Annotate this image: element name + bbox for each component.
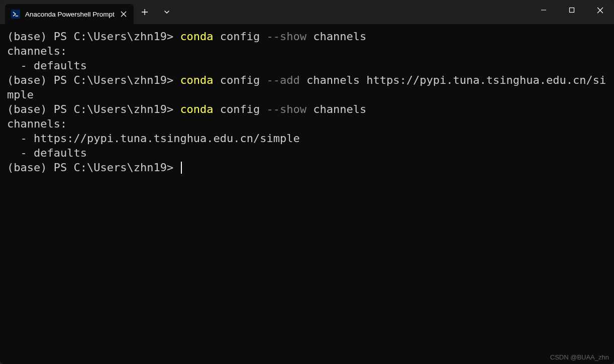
command-token: --show bbox=[267, 30, 306, 43]
command-token: config bbox=[220, 30, 260, 43]
prompt: (base) PS C:\Users\zhn19> bbox=[7, 30, 180, 43]
command-token bbox=[306, 30, 313, 43]
close-window-button[interactable] bbox=[586, 0, 614, 20]
terminal-output[interactable]: (base) PS C:\Users\zhn19> conda config -… bbox=[0, 24, 614, 364]
command-token: channels bbox=[313, 103, 366, 115]
command-token bbox=[306, 103, 313, 115]
new-tab-button[interactable] bbox=[134, 0, 156, 24]
command-token bbox=[260, 30, 266, 43]
command-token: --show bbox=[267, 103, 306, 115]
terminal-line: (base) PS C:\Users\zhn19> conda config -… bbox=[7, 73, 607, 102]
prompt: (base) PS C:\Users\zhn19> bbox=[7, 161, 180, 174]
terminal-line: channels: bbox=[7, 44, 607, 58]
tab-active[interactable]: Anaconda Powershell Prompt bbox=[5, 4, 134, 24]
window-controls bbox=[530, 0, 614, 24]
command-token bbox=[214, 103, 220, 115]
cursor bbox=[181, 162, 182, 174]
prompt: (base) PS C:\Users\zhn19> bbox=[7, 74, 180, 86]
tab-title: Anaconda Powershell Prompt bbox=[25, 11, 115, 18]
titlebar: Anaconda Powershell Prompt bbox=[0, 0, 614, 24]
watermark: CSDN @BUAA_zhn bbox=[550, 353, 609, 361]
terminal-line: channels: bbox=[7, 116, 607, 131]
command-token bbox=[260, 103, 266, 115]
terminal-line: (base) PS C:\Users\zhn19> conda config -… bbox=[7, 102, 607, 116]
terminal-line: (base) PS C:\Users\zhn19> conda config -… bbox=[7, 29, 607, 44]
prompt: (base) PS C:\Users\zhn19> bbox=[7, 103, 180, 115]
close-tab-button[interactable] bbox=[120, 10, 128, 18]
tab-dropdown-button[interactable] bbox=[156, 0, 178, 24]
terminal-line: - defaults bbox=[7, 146, 607, 160]
command-token: channels bbox=[306, 74, 360, 86]
command-token bbox=[360, 74, 366, 86]
command-token: config bbox=[220, 103, 260, 115]
command-token bbox=[260, 74, 266, 86]
command-token: conda bbox=[180, 74, 213, 86]
maximize-button[interactable] bbox=[558, 0, 586, 20]
titlebar-drag-region[interactable] bbox=[178, 0, 530, 24]
command-token: conda bbox=[180, 103, 213, 115]
tab-strip: Anaconda Powershell Prompt bbox=[0, 0, 134, 24]
command-token bbox=[214, 74, 220, 86]
terminal-line: - defaults bbox=[7, 58, 607, 73]
powershell-icon bbox=[11, 10, 20, 19]
minimize-button[interactable] bbox=[530, 0, 558, 20]
command-token: config bbox=[220, 74, 260, 86]
terminal-window: Anaconda Powershell Prompt (base) P bbox=[0, 0, 614, 364]
terminal-line: - https://pypi.tuna.tsinghua.edu.cn/simp… bbox=[7, 131, 607, 146]
command-token bbox=[300, 74, 306, 86]
terminal-line: (base) PS C:\Users\zhn19> bbox=[7, 160, 607, 175]
command-token: --add bbox=[267, 74, 300, 86]
command-token: channels bbox=[313, 30, 366, 43]
svg-rect-0 bbox=[570, 8, 574, 13]
command-token bbox=[214, 30, 220, 43]
command-token: conda bbox=[180, 30, 213, 43]
